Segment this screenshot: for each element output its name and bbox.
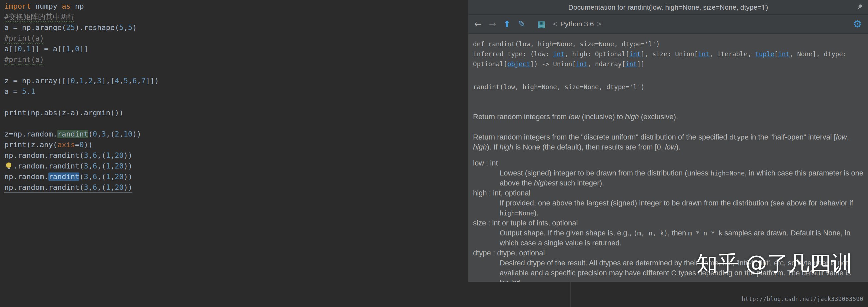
text-segment: ).	[676, 143, 680, 151]
text-segment: ,(	[97, 183, 106, 192]
doc-block: size : int or tuple of ints, optional	[473, 218, 863, 228]
python-version-switcher[interactable]: < Python 3.6 >	[553, 20, 601, 28]
doc-link[interactable]: int	[629, 50, 641, 58]
text-segment: a[[	[4, 45, 18, 53]
code-line[interactable]: np.random.randint(3,6,(1,20))	[4, 150, 468, 161]
text-segment: dtype : dtype, optional	[473, 249, 545, 257]
doc-link[interactable]: object	[507, 60, 530, 68]
lightbulb-icon[interactable]	[4, 161, 13, 170]
text-segment: low	[665, 143, 676, 151]
text-segment: np.random.randint(	[4, 151, 84, 160]
text-segment: ,	[97, 130, 101, 138]
text-segment: ,(	[97, 151, 106, 160]
text-segment: 1	[106, 162, 110, 170]
code-line[interactable]: a[[0,1]] = a[[1,0]]	[4, 44, 468, 54]
text-segment: 5	[119, 23, 123, 32]
text-segment: dtype	[729, 134, 748, 141]
text-segment: a =	[4, 87, 22, 96]
watermark: 知乎 @了凡四训	[696, 249, 852, 278]
text-segment: 3	[97, 77, 101, 85]
edit-source-button[interactable]: ⬆	[504, 20, 511, 28]
text-segment: ]]	[637, 60, 645, 68]
text-segment: =	[75, 140, 79, 149]
text-segment: def randint(low, high=None, size=None, d…	[473, 40, 660, 47]
text-segment: ))	[124, 162, 133, 170]
doc-link[interactable]: tuple	[755, 50, 774, 58]
doc-link[interactable]: int	[576, 60, 587, 68]
text-segment: 1	[66, 45, 70, 53]
text-segment: (	[79, 172, 84, 181]
code-line[interactable]	[4, 65, 468, 76]
code-line[interactable]	[4, 118, 468, 129]
code-line[interactable]	[4, 97, 468, 107]
chevron-right-icon[interactable]: >	[597, 20, 601, 28]
text-segment: np	[71, 2, 84, 10]
doc-block: def randint(low, high=None, size=None, d…	[473, 39, 863, 49]
text-segment: ],[	[101, 77, 115, 85]
text-segment: high	[625, 112, 639, 121]
text-segment: ,	[110, 151, 115, 160]
text-segment: #交换矩阵的其中两行	[4, 13, 75, 21]
code-line[interactable]: #交换矩阵的其中两行	[4, 12, 468, 22]
back-button[interactable]: ←	[474, 20, 482, 28]
forward-button[interactable]: →	[489, 20, 496, 28]
doc-link[interactable]: int	[698, 50, 709, 58]
lightbulb-glyph	[4, 162, 13, 170]
text-segment: ,	[88, 162, 93, 170]
code-line[interactable]: #print(a)	[4, 54, 468, 65]
code-line[interactable]: np.random.randint(3,6,(1,20))	[4, 161, 468, 171]
text-segment: )	[132, 23, 137, 32]
doc-toolbar: ← → ⬆ ✎ ▦ < Python 3.6 > ⚙	[468, 15, 868, 34]
code-line[interactable]: np.random.randint(3,6,(1,20))	[4, 182, 468, 193]
doc-block: Output shape. If the given shape is, e.g…	[473, 228, 863, 248]
text-segment: high : int, optional	[473, 189, 530, 197]
text-segment: 7	[141, 77, 146, 85]
text-segment: high	[499, 143, 513, 151]
chevron-left-icon[interactable]: <	[553, 20, 557, 28]
doc-link[interactable]: int	[626, 60, 637, 68]
doc-title: Documentation for randint(low, high=None…	[568, 3, 768, 11]
code-line[interactable]: import numpy as np	[4, 1, 468, 12]
text-segment: #print(a)	[4, 55, 44, 64]
code-line[interactable]: np.random.randint(3,6,(1,20))	[4, 171, 468, 182]
text-segment: ]]	[79, 45, 88, 53]
text-segment: , then	[668, 229, 688, 237]
doc-link[interactable]: int	[553, 50, 564, 58]
code-line[interactable]: #print(a)	[4, 33, 468, 44]
code-line[interactable]: print(z.any(axis=0))	[4, 139, 468, 150]
text-segment: randint(low, high=None, size=None, dtype…	[473, 83, 645, 91]
text-segment: import	[4, 2, 31, 10]
text-segment: np.random.	[4, 172, 48, 181]
doc-block: Return random integers from the "discret…	[473, 132, 863, 152]
text-segment: (inclusive) to	[580, 112, 625, 121]
text-segment: ). If	[487, 143, 500, 151]
text-segment: 3	[84, 151, 88, 160]
text-segment: randint	[57, 130, 88, 138]
code-line[interactable]: a = np.arange(25).reshape(5,5)	[4, 22, 468, 33]
text-segment: ,(	[97, 162, 106, 170]
text-segment: high	[473, 143, 487, 151]
doc-block: Return random integers from low (inclusi…	[473, 112, 863, 122]
code-line[interactable]: z = np.array([[0,1,2,3],[4,5,6,7]])	[4, 76, 468, 86]
pin-icon[interactable]	[855, 3, 864, 11]
settings-gear-button[interactable]: ⚙	[853, 20, 862, 28]
text-segment: 2	[115, 130, 119, 138]
doc-block: high : int, optional	[473, 188, 863, 198]
text-segment: as	[62, 2, 71, 10]
doc-title-bar[interactable]: Documentation for randint(low, high=None…	[468, 0, 868, 15]
doc-link[interactable]: int	[778, 50, 789, 58]
code-line[interactable]: print(np.abs(z-a).argmin())	[4, 107, 468, 118]
structure-view-button[interactable]: ▦	[537, 20, 546, 28]
text-segment: (exclusive).	[639, 112, 678, 121]
text-segment: 6	[93, 172, 97, 181]
text-segment: 0	[75, 45, 79, 53]
text-segment: ,	[119, 77, 123, 85]
text-segment: size : int or tuple of ints, optional	[473, 219, 578, 227]
text-segment: 3	[84, 162, 88, 170]
code-line[interactable]: a = 5.1	[4, 86, 468, 97]
text-segment: 2	[88, 77, 93, 85]
code-editor[interactable]: import numpy as np#交换矩阵的其中两行a = np.arang…	[0, 0, 468, 307]
text-segment: ]])	[146, 77, 159, 85]
code-line[interactable]: z=np.random.randint(0,3,(2,10))	[4, 129, 468, 139]
edit-button[interactable]: ✎	[518, 20, 525, 28]
